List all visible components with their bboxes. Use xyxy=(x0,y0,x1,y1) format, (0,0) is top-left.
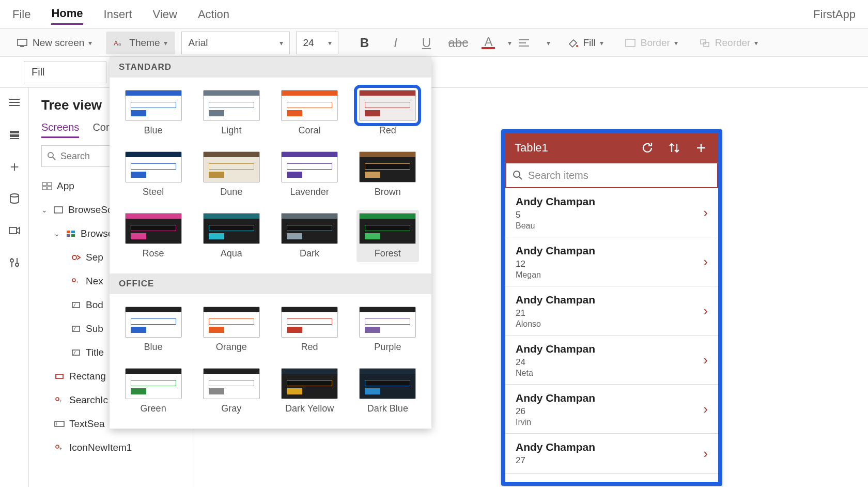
new-screen-button[interactable]: New screen ▾ xyxy=(9,32,100,54)
menu-view[interactable]: View xyxy=(153,5,177,24)
theme-option[interactable]: Aqua xyxy=(200,210,262,262)
underline-button[interactable]: U xyxy=(417,36,436,50)
theme-thumbnail xyxy=(359,307,416,338)
theme-option[interactable]: Coral xyxy=(278,87,341,139)
list-item[interactable]: Andy Champan5Beau› xyxy=(505,188,718,237)
tree-item-label: App xyxy=(57,180,74,192)
theme-option[interactable]: Light xyxy=(200,87,262,139)
theme-option[interactable]: Steel xyxy=(122,148,184,201)
preview-search-input[interactable]: Search items xyxy=(505,162,718,188)
theme-option-label: Orange xyxy=(216,342,247,353)
insert-rail-icon[interactable]: ＋ xyxy=(7,160,22,173)
tree-view-rail-icon[interactable] xyxy=(7,128,22,141)
reorder-icon xyxy=(700,39,710,47)
menu-action[interactable]: Action xyxy=(198,5,229,24)
theme-option[interactable]: Lavender xyxy=(278,148,341,201)
tab-screens[interactable]: Screens xyxy=(41,121,79,138)
theme-thumbnail xyxy=(281,90,338,121)
theme-dropdown[interactable]: STANDARDBlueLightCoralRedSteelDuneLavend… xyxy=(110,57,431,429)
svg-rect-29 xyxy=(54,207,63,213)
theme-option[interactable]: Forest xyxy=(357,210,419,262)
reorder-button[interactable]: Reorder ▾ xyxy=(692,32,766,54)
svg-point-34 xyxy=(72,255,76,260)
svg-point-44 xyxy=(56,398,59,401)
tree-item-icon xyxy=(54,372,65,381)
sort-icon[interactable] xyxy=(667,140,682,156)
list-item[interactable]: Andy Champan27› xyxy=(505,434,718,474)
border-button[interactable]: Border ▾ xyxy=(617,32,686,54)
data-rail-icon[interactable] xyxy=(7,192,22,205)
list-item-title: Andy Champan xyxy=(516,245,708,257)
font-color-button[interactable]: A xyxy=(479,37,498,49)
bold-button[interactable]: B xyxy=(355,36,374,50)
theme-option[interactable]: Purple xyxy=(357,303,419,356)
theme-option[interactable]: Dark Blue xyxy=(357,365,419,417)
media-rail-icon[interactable] xyxy=(7,224,22,237)
svg-point-48 xyxy=(56,445,59,448)
advanced-rail-icon[interactable] xyxy=(7,256,22,269)
list-item-subtitle: Neta xyxy=(516,369,708,378)
property-select[interactable]: Fill xyxy=(24,62,106,83)
theme-option[interactable]: Green xyxy=(122,365,184,417)
list-item[interactable]: Andy Champan24Neta› xyxy=(505,336,718,385)
search-icon xyxy=(513,170,523,180)
theme-thumbnail xyxy=(125,90,182,121)
svg-rect-8 xyxy=(626,39,635,47)
svg-rect-0 xyxy=(18,39,27,45)
tree-item[interactable]: +IconNewItem1 xyxy=(41,436,194,460)
list-item-number: 24 xyxy=(516,357,708,368)
list-item[interactable]: Andy Champan21Alonso› xyxy=(505,286,718,336)
theme-thumbnail xyxy=(359,213,416,244)
theme-grid: BlueLightCoralRedSteelDuneLavenderBrownR… xyxy=(110,78,431,273)
svg-rect-1 xyxy=(20,46,24,47)
chevron-down-icon[interactable]: ▾ xyxy=(508,39,512,47)
theme-option[interactable]: Blue xyxy=(122,303,184,356)
svg-line-42 xyxy=(73,351,75,355)
theme-option-label: Dark Blue xyxy=(367,403,408,414)
theme-thumbnail xyxy=(203,90,260,121)
menu-home[interactable]: Home xyxy=(51,4,83,25)
svg-rect-27 xyxy=(42,187,47,190)
property-name: Fill xyxy=(32,66,45,78)
list-item[interactable]: Andy Champan12Megan› xyxy=(505,237,718,286)
hamburger-icon[interactable] xyxy=(7,96,22,109)
theme-option[interactable]: Dark xyxy=(278,210,341,262)
add-icon[interactable] xyxy=(693,140,709,156)
theme-option[interactable]: Brown xyxy=(357,148,419,201)
tab-components[interactable]: Cor xyxy=(92,121,109,138)
fill-button[interactable]: Fill ▾ xyxy=(560,32,611,54)
svg-rect-18 xyxy=(9,227,17,234)
new-screen-icon xyxy=(17,39,27,47)
list-item-title: Andy Champan xyxy=(516,392,708,404)
menu-insert[interactable]: Insert xyxy=(104,5,132,24)
chevron-right-icon: › xyxy=(703,401,708,417)
theme-option[interactable]: Gray xyxy=(200,365,262,417)
chevron-down-icon: ▾ xyxy=(600,39,603,47)
theme-option[interactable]: Dune xyxy=(200,148,262,201)
theme-option[interactable]: Red xyxy=(357,87,419,139)
chevron-down-icon: ⌄ xyxy=(41,206,48,214)
refresh-icon[interactable] xyxy=(640,140,655,156)
theme-option[interactable]: Orange xyxy=(200,303,262,356)
font-name-select[interactable]: Arial ▾ xyxy=(181,32,290,54)
svg-point-20 xyxy=(10,259,13,262)
svg-rect-26 xyxy=(48,182,52,186)
theme-option[interactable]: Rose xyxy=(122,210,184,262)
theme-button[interactable]: Aa Theme ▾ xyxy=(106,32,175,54)
strike-button[interactable]: abc xyxy=(448,36,467,50)
italic-button[interactable]: I xyxy=(386,36,405,50)
theme-option[interactable]: Dark Yellow xyxy=(278,365,341,417)
menu-file[interactable]: File xyxy=(12,5,30,24)
tree-item-icon xyxy=(70,324,82,333)
tree-item-icon: + xyxy=(54,395,65,405)
border-label: Border xyxy=(641,37,670,49)
theme-option[interactable]: Red xyxy=(278,303,341,356)
theme-thumbnail xyxy=(203,151,260,182)
font-size-select[interactable]: 24 ▾ xyxy=(296,32,338,54)
theme-thumbnail xyxy=(359,90,416,121)
theme-option[interactable]: Blue xyxy=(122,87,184,139)
list-item[interactable]: Andy Champan26Irvin› xyxy=(505,385,718,434)
chevron-down-icon[interactable]: ▾ xyxy=(547,39,550,47)
menu-bar: File Home Insert View Action FirstApp xyxy=(0,0,868,29)
align-button[interactable] xyxy=(518,38,536,48)
